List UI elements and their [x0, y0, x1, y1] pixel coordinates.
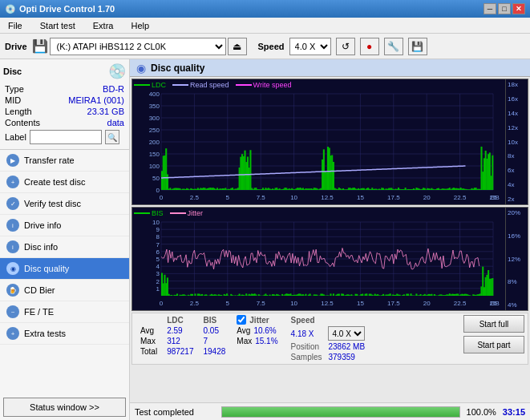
total-bis: 19428: [199, 346, 231, 357]
bis-legend: BIS: [134, 209, 164, 217]
nav-extra-tests-label: Extra tests: [24, 329, 66, 338]
disc-label-row: Label 🔍: [3, 128, 126, 146]
nav-drive-info-label: Drive info: [24, 220, 61, 230]
app-icon: 💿: [5, 4, 16, 14]
progress-bar-fill: [222, 407, 459, 417]
window-controls: ─ □ ✕: [483, 3, 525, 14]
top-chart-container: LDC Read speed Write speed 18x 16x: [131, 79, 528, 205]
action-buttons: Start full Start part: [463, 315, 524, 353]
close-button[interactable]: ✕: [512, 3, 525, 14]
total-label: Total: [136, 346, 162, 357]
progress-percent: 100.0%: [467, 407, 496, 417]
speed-select-2[interactable]: 4.0 X: [328, 326, 365, 341]
status-text: Test completed: [135, 407, 215, 417]
eject-button[interactable]: ⏏: [228, 38, 247, 55]
progress-bar: [221, 406, 460, 418]
time-display: 33:15: [503, 407, 525, 417]
burn-button[interactable]: ●: [360, 38, 379, 55]
nav-verify-test-disc[interactable]: ✓ Verify test disc: [0, 193, 129, 215]
stats-table: LDC BIS Avg 2.59 0.05 Max 312 7 Total: [136, 315, 230, 357]
jitter-header: Jitter: [237, 315, 277, 325]
max-ldc: 312: [162, 336, 198, 346]
menu-help[interactable]: Help: [126, 19, 154, 32]
cd-bier-icon: 🍺: [6, 284, 19, 297]
jitter-avg-row: Avg 10.6%: [237, 326, 277, 335]
drive-select[interactable]: (K:) ATAPI iHBS112 2 CL0K: [50, 38, 226, 55]
read-speed-legend: Read speed: [172, 81, 229, 89]
maximize-button[interactable]: □: [498, 3, 511, 14]
nav-disc-info-label: Disc info: [24, 242, 58, 252]
save-button[interactable]: 💾: [408, 38, 427, 55]
nav-verify-test-disc-label: Verify test disc: [24, 199, 81, 208]
drive-icon: 💾: [32, 38, 48, 54]
label-input[interactable]: [30, 130, 102, 144]
speed-stats-table: Speed 4.18 X 4.0 X Position 23862 M: [288, 315, 369, 362]
label-edit-button[interactable]: 🔍: [105, 130, 119, 144]
avg-speed: 4.18 X: [288, 325, 326, 341]
avg-bis: 0.05: [199, 325, 231, 336]
top-chart-y-axis-right: 18x 16x 14x 12x 10x 8x 6x 4x 2x: [505, 79, 528, 204]
nav-fe-te-label: FE / TE: [24, 307, 54, 317]
nav-extra-tests[interactable]: + Extra tests: [0, 323, 129, 345]
nav-transfer-rate[interactable]: ▶ Transfer rate: [0, 150, 129, 172]
main-content: Disc 💿 Type BD-R MID MEIRA1 (001) Length…: [0, 59, 530, 420]
jitter-checkbox[interactable]: [237, 315, 246, 325]
ldc-legend-line: [134, 84, 150, 86]
sidebar-bottom: Status window >>: [0, 394, 129, 420]
settings-button[interactable]: 🔧: [384, 38, 403, 55]
disc-section: Disc 💿 Type BD-R MID MEIRA1 (001) Length…: [0, 59, 129, 150]
position-label: Position: [288, 341, 326, 352]
disc-mid-row: MID MEIRA1 (001): [3, 95, 126, 106]
disc-icon: 💿: [108, 63, 126, 80]
menu-file[interactable]: File: [3, 19, 27, 32]
extra-tests-icon: +: [6, 327, 19, 340]
stats-row: LDC BIS Avg 2.59 0.05 Max 312 7 Total: [131, 313, 528, 365]
bottom-bar: Test completed 100.0% 33:15: [130, 402, 530, 420]
nav-transfer-rate-label: Transfer rate: [24, 155, 75, 165]
bis-legend-line: [134, 212, 150, 214]
nav-create-test-disc[interactable]: + Create test disc: [0, 172, 129, 193]
speed-select[interactable]: 4.0 X: [289, 38, 331, 55]
write-speed-legend: Write speed: [236, 81, 292, 89]
nav-drive-info[interactable]: i Drive info: [0, 215, 129, 236]
transfer-rate-icon: ▶: [6, 154, 19, 167]
write-speed-legend-line: [236, 84, 252, 86]
start-full-button[interactable]: Start full: [463, 315, 524, 333]
drive-label: Drive: [5, 42, 27, 51]
titlebar: 💿 Opti Drive Control 1.70 ─ □ ✕: [0, 0, 530, 18]
bottom-chart-container: BIS Jitter 20% 16% 12% 8% 4%: [131, 207, 528, 311]
nav-fe-te[interactable]: ~ FE / TE: [0, 301, 129, 323]
nav-create-test-disc-label: Create test disc: [24, 177, 85, 187]
drivebar: Drive 💾 (K:) ATAPI iHBS112 2 CL0K ⏏ Spee…: [0, 34, 530, 59]
app-title: 💿 Opti Drive Control 1.70: [5, 4, 115, 14]
create-test-disc-icon: +: [6, 176, 19, 188]
nav-cd-bier[interactable]: 🍺 CD Bier: [0, 280, 129, 301]
menu-start-test[interactable]: Start test: [35, 19, 80, 32]
start-part-button[interactable]: Start part: [463, 336, 524, 353]
disc-type-row: Type BD-R: [3, 83, 126, 95]
nav-disc-quality-label: Disc quality: [24, 264, 69, 273]
position-value: 23862 MB: [325, 341, 368, 352]
read-speed-legend-line: [172, 84, 188, 86]
menu-extra[interactable]: Extra: [88, 19, 119, 32]
jitter-max-row: Max 15.1%: [237, 337, 277, 345]
disc-contents-row: Contents data: [3, 117, 126, 128]
jitter-legend-line: [170, 212, 186, 214]
disc-quality-icon: ◉: [6, 262, 19, 275]
label-text: Label: [5, 132, 26, 142]
avg-label: Avg: [136, 325, 162, 336]
status-window-button[interactable]: Status window >>: [3, 398, 126, 417]
menubar: File Start test Extra Help: [0, 18, 530, 34]
minimize-button[interactable]: ─: [483, 3, 496, 14]
disc-quality-header-icon: ◉: [136, 62, 146, 75]
samples-value: 379359: [325, 352, 368, 362]
verify-test-disc-icon: ✓: [6, 197, 19, 210]
total-ldc: 987217: [162, 346, 198, 357]
max-label: Max: [136, 336, 162, 346]
nav-disc-quality[interactable]: ◉ Disc quality: [0, 258, 129, 280]
nav-disc-info[interactable]: i Disc info: [0, 236, 129, 258]
jitter-legend: Jitter: [170, 209, 204, 217]
avg-ldc: 2.59: [162, 325, 198, 336]
refresh-button[interactable]: ↺: [336, 38, 355, 55]
fe-te-icon: ~: [6, 305, 19, 318]
